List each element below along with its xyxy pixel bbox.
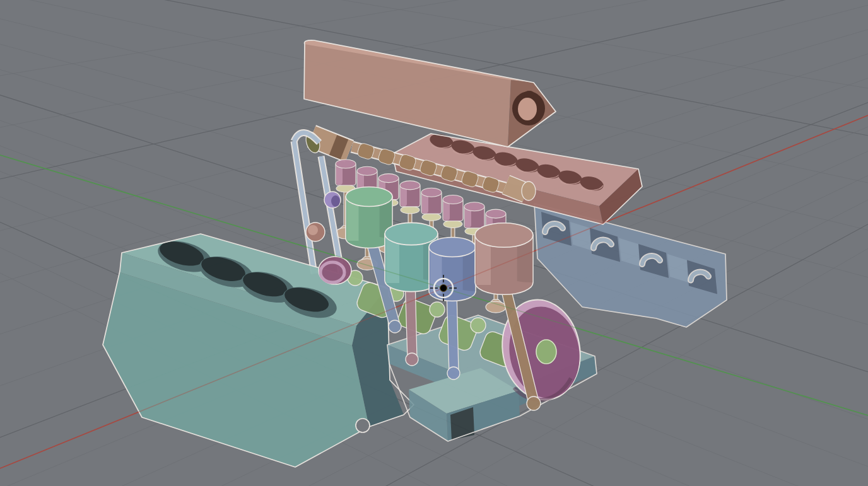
rod-3-end [447, 367, 460, 379]
part-tension-roller[interactable] [306, 223, 325, 241]
tappet-top [443, 195, 463, 204]
viewport-canvas[interactable] [0, 0, 868, 486]
spring-seat [443, 221, 462, 228]
rod-1-end [389, 320, 401, 333]
rod-4-end [527, 396, 541, 410]
piston-crown [475, 223, 533, 248]
piston-crown [429, 237, 476, 257]
cam-cap-face [522, 182, 536, 200]
piston-crown [346, 187, 392, 206]
piston-4[interactable] [475, 223, 533, 295]
tappet-top [378, 174, 399, 183]
crank-journal [430, 302, 445, 317]
tappet-top [400, 181, 420, 190]
part-idler-roller[interactable] [324, 192, 341, 208]
tappet-top [421, 188, 442, 197]
valve-head [486, 301, 506, 313]
flywheel-hub [536, 340, 556, 364]
tappet-top [357, 166, 377, 175]
spring-seat [422, 213, 441, 221]
spring-seat [401, 206, 419, 214]
crank-journal [471, 318, 486, 333]
idler-shade [331, 195, 340, 207]
roller-face [308, 225, 318, 235]
cam-dark-band [333, 145, 344, 149]
cover-notch [524, 91, 534, 97]
viewport-3d[interactable] [0, 0, 868, 486]
cursor-dot [440, 285, 447, 292]
tappet-top [486, 209, 506, 218]
rod-2-end [406, 353, 418, 366]
piston-crown [385, 223, 438, 245]
block-notch [356, 419, 370, 432]
tappet-top [464, 202, 484, 211]
tappet-top [336, 159, 356, 168]
cover-bore [518, 98, 537, 120]
rod-3 [447, 291, 459, 373]
